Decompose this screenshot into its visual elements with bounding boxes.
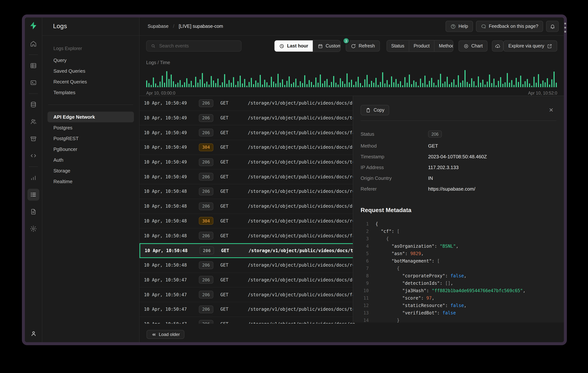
breadcrumb-org[interactable]: Supabase <box>148 24 168 29</box>
notifications-button[interactable] <box>546 21 559 32</box>
chart-bar <box>536 83 537 87</box>
chart-bar <box>527 79 528 87</box>
sidebar-item-saved-queries[interactable]: Saved Queries <box>47 66 134 76</box>
log-method: GET <box>220 189 248 194</box>
sidebar-item-recent-queries[interactable]: Recent Queries <box>47 76 134 87</box>
copy-button[interactable]: Copy <box>361 105 389 115</box>
chart-toggle-button[interactable]: Chart <box>458 41 487 52</box>
download-logs-button[interactable] <box>492 41 504 52</box>
stage: Logs Logs ExplorerQuerySaved QueriesRece… <box>0 0 588 373</box>
account-avatar[interactable] <box>25 330 42 337</box>
chart-bar <box>204 84 205 87</box>
chart-bar <box>229 80 230 87</box>
rail-item-logs[interactable] <box>27 189 39 201</box>
code-line: 10 "ja3Hash": "ff882b1ba4de69544766e47bf… <box>361 287 556 294</box>
chart-bar <box>491 83 492 87</box>
rail-item-edge-functions[interactable] <box>27 150 39 162</box>
chart-bar <box>200 79 200 87</box>
chart-bar <box>211 76 212 87</box>
chart-bar <box>246 86 247 87</box>
chart-bar <box>157 86 158 87</box>
chart-bar <box>402 85 403 87</box>
chart-bar <box>427 85 428 87</box>
chart-bar <box>534 77 534 87</box>
rail-item-reports[interactable] <box>27 172 39 184</box>
sidebar-item-realtime[interactable]: Realtime <box>47 176 134 187</box>
chart-bar <box>407 83 408 87</box>
sidebar-item-templates[interactable]: Templates <box>47 87 134 98</box>
sidebar-item-postgres[interactable]: Postgres <box>47 122 134 133</box>
rail-item-docs[interactable] <box>27 206 39 218</box>
logs-icon <box>30 191 37 198</box>
load-older-button[interactable]: Load older <box>147 330 184 339</box>
sidebar-item-pgbouncer[interactable]: PgBouncer <box>47 144 134 155</box>
feedback-button[interactable]: Feedback on this page? <box>476 21 543 32</box>
sidebar-item-auth[interactable]: Auth <box>47 155 134 165</box>
sidebar-item-api-edge-network[interactable]: API Edge Network <box>47 112 134 122</box>
chart-bar <box>389 85 390 87</box>
metadata-code-block[interactable]: 1{2 "cf": [3 {4 "asOrganization": "BSNL"… <box>353 216 564 322</box>
app-window: Logs Logs ExplorerQuerySaved QueriesRece… <box>22 14 567 345</box>
last-hour-button[interactable]: Last hour <box>274 41 313 52</box>
help-circle-icon <box>450 23 456 29</box>
chart-bar <box>431 78 432 87</box>
code-line: 1{ <box>361 220 556 228</box>
custom-range-button[interactable]: Custom <box>313 41 341 52</box>
chart-bar <box>317 83 318 87</box>
sidebar-item-storage[interactable]: Storage <box>47 165 134 176</box>
sidebar-item-query[interactable]: Query <box>47 55 134 66</box>
rail-item-storage-archive[interactable] <box>27 133 39 145</box>
window-drag-dots[interactable] <box>564 23 566 33</box>
chart-bar <box>433 83 434 87</box>
storage-archive-icon <box>30 135 37 142</box>
sidebar-header: Logs <box>42 17 139 36</box>
log-timestamp: 10 Apr, 10:50:49 <box>144 130 199 135</box>
field-label: Origin Country <box>361 175 428 181</box>
chart-bar <box>289 76 290 87</box>
close-panel-button[interactable]: ✕ <box>546 105 556 115</box>
explore-via-query-button[interactable]: Explore via query <box>504 41 557 52</box>
breadcrumb-project[interactable]: [LIVE] supabase-com <box>179 24 223 29</box>
chart-bar <box>320 75 321 87</box>
field-value: 2023-04-10T08:50:48.460Z <box>428 154 487 159</box>
filter-status-button[interactable]: Status <box>387 41 409 52</box>
sidebar-section-label: Logs Explorer <box>47 44 134 55</box>
line-number: 10 <box>361 287 369 294</box>
status-badge: 206 <box>199 114 213 122</box>
status-badge: 206 <box>199 129 213 136</box>
rail-item-database[interactable] <box>27 99 39 111</box>
chart-bar <box>500 77 501 87</box>
log-timestamp: 10 Apr, 10:50:49 <box>144 145 199 150</box>
log-method: GET <box>220 262 248 268</box>
line-number: 9 <box>361 280 369 287</box>
chart-bar <box>469 84 470 87</box>
chart-bar <box>384 84 385 87</box>
reports-icon <box>30 174 37 181</box>
status-badge: 206 <box>199 261 213 269</box>
sidebar-item-postgrest[interactable]: PostgREST <box>47 133 134 144</box>
detail-field-ip-address: IP Address117.202.3.133 <box>361 162 556 173</box>
rail-item-auth-users[interactable] <box>27 116 39 127</box>
status-badge: 206 <box>199 306 213 313</box>
code-line: 5 "asn": 9829, <box>361 250 556 257</box>
chart-bar <box>507 73 508 87</box>
log-method: GET <box>220 307 248 312</box>
chart-bar <box>257 83 258 87</box>
filter-product-button[interactable]: Product <box>409 41 434 52</box>
log-timestamp: 10 Apr, 10:50:47 <box>144 277 199 282</box>
search-input[interactable] <box>159 43 233 49</box>
chart-bar <box>222 82 223 87</box>
help-button[interactable]: Help <box>446 21 473 32</box>
search-events-box[interactable] <box>146 41 242 52</box>
log-timestamp: 10 Apr, 10:50:49 <box>144 115 199 121</box>
rail-item-sql-editor[interactable] <box>27 77 39 89</box>
chart-bars[interactable] <box>146 69 557 87</box>
chart-bar <box>244 79 245 87</box>
filter-method-button[interactable]: Method <box>434 41 453 52</box>
rail-item-settings[interactable] <box>27 223 39 235</box>
rail-item-home[interactable] <box>27 38 39 50</box>
chart-bar <box>351 80 352 87</box>
rail-item-table-editor[interactable] <box>27 60 39 72</box>
chart-bar <box>186 78 187 87</box>
refresh-button[interactable]: Refresh <box>346 41 380 52</box>
